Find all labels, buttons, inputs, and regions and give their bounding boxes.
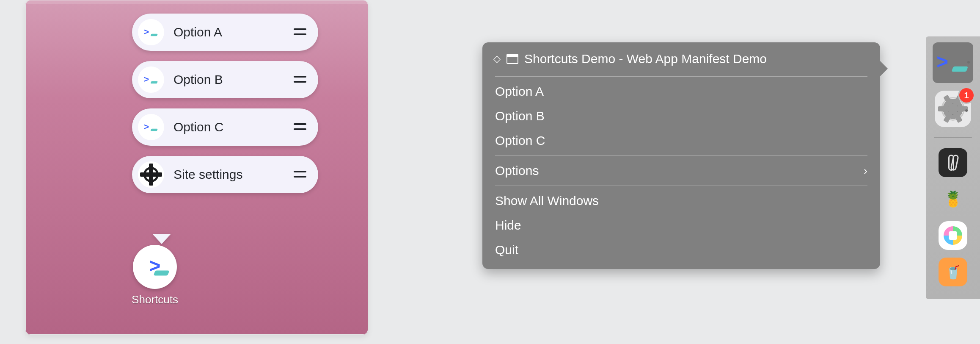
- cup-icon: 🥤: [945, 265, 961, 280]
- popup-tail: [152, 234, 171, 244]
- context-menu-item-quit[interactable]: Quit: [482, 238, 880, 262]
- pineapple-icon: 🍍: [944, 190, 963, 208]
- dock-tile-shortcuts-demo[interactable]: >: [933, 42, 973, 83]
- pwa-logo-icon: >: [138, 114, 164, 140]
- drag-handle-icon[interactable]: [294, 76, 306, 83]
- macos-dock: > 1 🍍 🥤: [926, 36, 980, 299]
- context-menu-title: Shortcuts Demo - Web App Manifest Demo: [524, 52, 767, 66]
- menu-separator: [495, 76, 867, 77]
- shortcut-item-label: Option B: [173, 72, 294, 87]
- menu-separator: [495, 155, 867, 156]
- running-indicator: [965, 109, 968, 112]
- running-indicator: [967, 61, 970, 64]
- drag-handle-icon[interactable]: [294, 123, 306, 131]
- dock-tile-color-app[interactable]: [939, 221, 967, 250]
- context-menu-item-option-a[interactable]: Option A: [482, 79, 880, 104]
- notification-badge: 1: [959, 88, 974, 103]
- home-screen-app[interactable]: > Shortcuts: [129, 245, 180, 306]
- dock-tile-system-settings[interactable]: 1: [935, 91, 971, 127]
- dock-tile-orange-app[interactable]: 🥤: [939, 258, 967, 286]
- gear-icon: [138, 161, 164, 188]
- context-menu-item-show-all-windows[interactable]: Show All Windows: [482, 189, 880, 213]
- android-launcher-panel: > Option A > Option B > Option C Site se…: [25, 0, 368, 335]
- shortcut-item-site-settings[interactable]: Site settings: [132, 156, 318, 193]
- context-menu-item-option-c[interactable]: Option C: [482, 128, 880, 153]
- drag-handle-icon[interactable]: [294, 171, 306, 178]
- pwa-logo-icon: >: [936, 52, 969, 74]
- shortcut-item-label: Option A: [173, 25, 294, 39]
- context-menu-item-label: Options: [495, 164, 539, 178]
- dock-tile-keychain[interactable]: [939, 148, 967, 177]
- pwa-logo-icon: >: [138, 19, 164, 45]
- drag-handle-icon[interactable]: [294, 28, 306, 36]
- context-menu-item-options[interactable]: Options ›: [482, 158, 880, 183]
- context-menu-item-label: Option C: [495, 133, 545, 148]
- context-menu-title-row[interactable]: ◇ Shortcuts Demo - Web App Manifest Demo: [482, 49, 880, 74]
- dock-separator: [934, 137, 972, 138]
- color-wheel-icon: [944, 226, 962, 245]
- context-menu-item-option-b[interactable]: Option B: [482, 104, 880, 128]
- home-screen-app-label: Shortcuts: [129, 293, 180, 306]
- shortcut-item-option-a[interactable]: > Option A: [132, 14, 318, 51]
- context-menu-item-label: Quit: [495, 243, 518, 257]
- window-icon: [507, 54, 518, 64]
- keychain-icon: [948, 155, 958, 171]
- context-menu-item-hide[interactable]: Hide: [482, 213, 880, 238]
- shortcut-popup: > Option A > Option B > Option C Site se…: [132, 14, 318, 193]
- macos-dock-context-menu: ◇ Shortcuts Demo - Web App Manifest Demo…: [482, 42, 880, 269]
- dock-tile-pineapple-app[interactable]: 🍍: [939, 185, 967, 214]
- pwa-logo-icon: >: [138, 67, 164, 93]
- context-menu-item-label: Option B: [495, 109, 545, 123]
- shortcut-item-label: Option C: [173, 120, 294, 134]
- context-menu-item-label: Show All Windows: [495, 194, 599, 208]
- diamond-icon: ◇: [493, 53, 501, 64]
- shortcut-item-label: Site settings: [173, 167, 294, 182]
- context-menu-item-label: Option A: [495, 84, 544, 99]
- shortcut-item-option-b[interactable]: > Option B: [132, 61, 318, 98]
- context-menu-item-label: Hide: [495, 218, 521, 233]
- chevron-right-icon: ›: [864, 164, 867, 178]
- menu-separator: [495, 186, 867, 186]
- pwa-logo-icon: >: [133, 245, 177, 289]
- shortcut-item-option-c[interactable]: > Option C: [132, 108, 318, 146]
